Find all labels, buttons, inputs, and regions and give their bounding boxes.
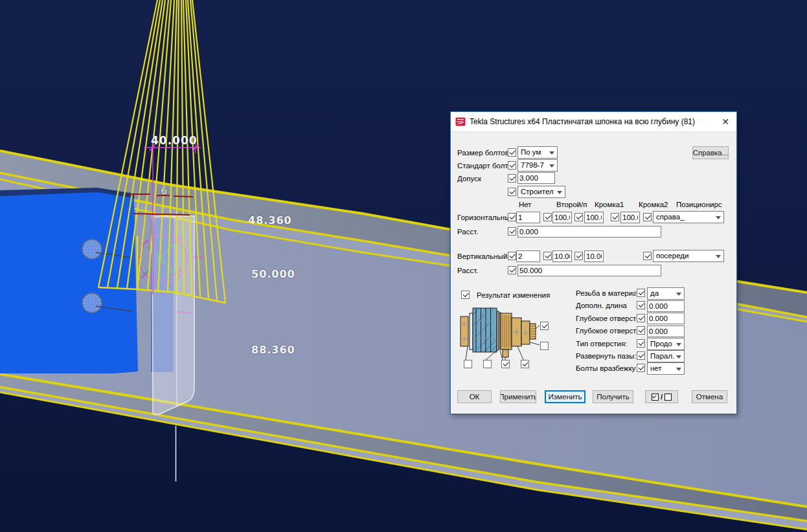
horizontal-position-checkbox[interactable] (643, 213, 652, 221)
bolt-size-value: По ум (521, 148, 541, 156)
bolt-properties-dialog: Tekla Structures x64 Пластинчатая шпонка… (450, 111, 737, 414)
bolt-size-label: Размер болтов (457, 149, 508, 157)
vertical-second-input[interactable] (552, 250, 572, 262)
bolt-standard-select[interactable]: 7798-7 (517, 159, 558, 172)
preview-checkbox-2[interactable] (483, 360, 492, 368)
horizontal-distance-label: Расст. (457, 228, 478, 236)
option-staggered-select[interactable]: нет (647, 362, 685, 375)
toggle-all-checkboxes-button[interactable]: / (645, 390, 678, 403)
chevron-down-icon (676, 368, 681, 371)
blue-plate[interactable] (0, 192, 138, 373)
apply-button[interactable]: Применить (500, 390, 536, 403)
horizontal-edge2-input[interactable] (620, 212, 640, 223)
get-button[interactable]: Получить (593, 390, 633, 403)
horizontal-position-select[interactable]: справа_ (653, 211, 724, 223)
horizontal-distance-input[interactable] (517, 226, 661, 238)
dimension-label-88360: 88.360 (251, 344, 295, 356)
vertical-position-select[interactable]: посереди (653, 250, 724, 262)
option-slots-checkbox[interactable] (637, 351, 645, 360)
dimension-label-6: 6 (161, 185, 168, 197)
chevron-down-icon (676, 343, 681, 346)
dialog-titlebar[interactable]: Tekla Structures x64 Пластинчатая шпонка… (451, 112, 736, 132)
checked-box-icon (652, 393, 659, 401)
horizontal-distance-checkbox[interactable] (508, 227, 516, 236)
tolerance-checkbox[interactable] (508, 174, 516, 183)
tekla-logo-icon (455, 116, 466, 127)
horizontal-second-checkbox[interactable] (543, 213, 552, 221)
cancel-button[interactable]: Отмена (692, 390, 727, 403)
option-deep-hole2-label: Глубокое отверст (576, 327, 636, 335)
tolerance-label: Допуск (457, 175, 508, 183)
vertical-position-checkbox[interactable] (643, 252, 652, 260)
bolt-type-select[interactable]: Строител (517, 186, 565, 198)
option-staggered-value: нет (650, 364, 662, 372)
modify-button[interactable]: Изменить (545, 390, 585, 403)
vertical-second-checkbox[interactable] (543, 252, 552, 260)
option-deep-hole1-checkbox[interactable] (637, 314, 645, 322)
vertical-distance-input[interactable] (517, 265, 661, 276)
vertical-position-value: посереди (656, 252, 688, 260)
option-thread-value: да (650, 289, 659, 297)
vertical-distance-label: Расст. (457, 267, 478, 274)
vertical-edge1-checkbox[interactable] (574, 252, 583, 260)
dialog-title: Tekla Structures x64 Пластинчатая шпонка… (470, 117, 695, 126)
option-thread-label: Резьба в материал (576, 289, 636, 297)
chevron-down-icon (716, 255, 721, 258)
column-header-none: Нет (519, 201, 532, 208)
vertical-distance-checkbox[interactable] (508, 266, 516, 274)
tolerance-input[interactable] (517, 172, 555, 184)
option-extra-length-checkbox[interactable] (637, 301, 645, 309)
option-deep-hole1-input[interactable] (647, 313, 685, 324)
bolt-size-select[interactable]: По ум (517, 146, 558, 159)
option-hole-type-select[interactable]: Продо (647, 338, 685, 350)
horizontal-edge1-checkbox[interactable] (574, 213, 583, 221)
ok-button[interactable]: ОК (457, 390, 492, 403)
option-slots-value: Парал. (650, 352, 674, 360)
preview-checkbox-1[interactable] (464, 360, 472, 368)
close-icon[interactable]: ✕ (714, 112, 736, 131)
option-deep-hole2-input[interactable] (647, 326, 685, 337)
ghost-plate[interactable] (152, 216, 194, 415)
horizontal-edge1-input[interactable] (584, 212, 604, 223)
vertical-checkbox[interactable] (508, 252, 516, 260)
preview-checkbox-3[interactable] (501, 360, 510, 368)
horizontal-checkbox[interactable] (508, 213, 516, 221)
bolt-type-checkbox[interactable] (508, 188, 516, 196)
option-extra-length-label: Дополн. длина (576, 302, 636, 309)
horizontal-label: Горизонтальный (457, 214, 508, 221)
horizontal-count-input[interactable] (516, 212, 540, 223)
bolt-standard-checkbox[interactable] (508, 161, 516, 170)
dimension-label-50000: 50.000 (251, 268, 295, 280)
dimension-label-40: 40.000 (151, 134, 198, 147)
horizontal-edge2-checkbox[interactable] (611, 213, 619, 221)
option-extra-length-input[interactable] (647, 300, 685, 312)
vertical-label: Вертикальный (457, 252, 508, 260)
option-staggered-checkbox[interactable] (637, 364, 645, 372)
bolt-size-checkbox[interactable] (508, 148, 516, 157)
bolt-standard-value: 7798-7 (521, 161, 544, 169)
option-hole-type-checkbox[interactable] (637, 339, 645, 348)
option-thread-select[interactable]: да (647, 287, 685, 300)
help-button[interactable]: Справка... (692, 146, 729, 159)
chevron-down-icon (549, 151, 554, 155)
preview-checkbox-6[interactable] (540, 342, 549, 350)
effect-checkbox[interactable] (461, 291, 470, 299)
bolt-preview (456, 306, 571, 385)
column-header-second: Второй/п (556, 201, 587, 208)
chevron-down-icon (676, 355, 681, 359)
option-deep-hole1-label: Глубокое отверст (576, 315, 636, 322)
preview-checkbox-4[interactable] (521, 360, 529, 368)
chevron-down-icon (716, 216, 721, 219)
option-thread-checkbox[interactable] (637, 289, 645, 297)
vertical-count-input[interactable] (516, 250, 540, 262)
horizontal-second-input[interactable] (552, 212, 572, 223)
vertical-edge1-input[interactable] (584, 250, 604, 262)
toggle-separator: / (661, 393, 663, 401)
option-slots-select[interactable]: Парал. (647, 350, 685, 362)
preview-checkbox-5[interactable] (540, 322, 549, 330)
chevron-down-icon (557, 191, 562, 194)
column-header-edge2: Кромка2 (639, 201, 668, 208)
option-deep-hole2-checkbox[interactable] (637, 326, 645, 335)
option-hole-type-value: Продо (650, 340, 672, 348)
column-header-edge1: Кромка1 (595, 201, 624, 208)
